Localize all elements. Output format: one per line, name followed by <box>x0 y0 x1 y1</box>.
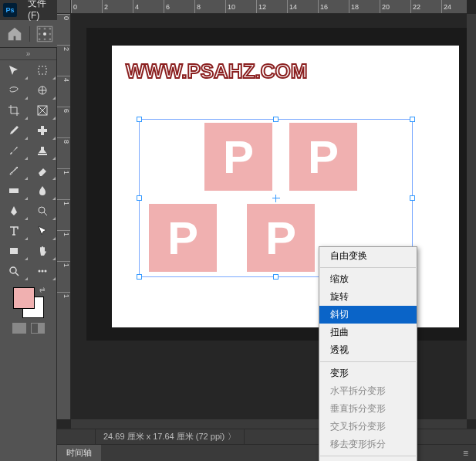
context-menu-item: 移去变形拆分 <box>319 436 417 453</box>
panel-menu-icon[interactable]: ≡ <box>455 448 476 459</box>
pen-tool[interactable] <box>0 201 29 221</box>
svg-point-6 <box>49 32 52 35</box>
zoom-tool[interactable] <box>0 261 29 281</box>
transform-handle[interactable] <box>410 195 415 201</box>
healing-tool[interactable] <box>29 120 57 141</box>
hand-tool[interactable] <box>29 241 57 261</box>
transform-handle[interactable] <box>137 117 142 122</box>
gradient-tool[interactable] <box>0 181 29 201</box>
svg-point-8 <box>44 38 46 40</box>
context-menu-item[interactable]: 斜切 <box>319 306 417 324</box>
svg-rect-17 <box>38 154 47 155</box>
menu-item[interactable]: 文件(F) <box>23 0 59 25</box>
watermark-text: WWW.PSAHZ.COM <box>126 59 307 83</box>
context-menu-item: 交叉拆分变形 <box>319 418 417 436</box>
blur-tool[interactable] <box>29 181 57 201</box>
eyedropper-tool[interactable] <box>0 120 29 141</box>
crop-tool[interactable] <box>0 100 29 120</box>
transform-handle[interactable] <box>410 117 415 122</box>
transform-handle[interactable] <box>273 117 279 122</box>
app-logo: Ps <box>3 3 17 17</box>
swap-colors-icon[interactable]: ⇄ <box>39 286 46 293</box>
brush-tool[interactable] <box>0 141 29 161</box>
move-tool[interactable] <box>0 60 29 80</box>
svg-rect-20 <box>10 248 18 254</box>
dodge-tool[interactable] <box>29 201 57 221</box>
svg-point-9 <box>49 38 52 40</box>
status-doc-info[interactable]: 24.69 厘米 x 17.64 厘米 (72 ppi) 〉 <box>96 429 245 444</box>
svg-rect-18 <box>9 188 19 193</box>
context-menu-item: 垂直拆分变形 <box>319 400 417 418</box>
svg-point-21 <box>10 267 16 273</box>
menu-separator <box>320 267 416 268</box>
lasso-tool[interactable] <box>0 80 29 100</box>
color-swatches: ⇄ <box>0 281 56 340</box>
type-tool[interactable] <box>0 221 29 241</box>
eraser-tool[interactable] <box>29 161 57 181</box>
home-icon[interactable] <box>6 25 23 42</box>
vertical-scrollbar[interactable] <box>467 14 476 419</box>
context-menu-item: 水平拆分变形 <box>319 382 417 400</box>
context-menu-item[interactable]: 变形 <box>319 364 417 382</box>
svg-point-7 <box>39 38 41 40</box>
ruler-origin[interactable] <box>57 0 71 14</box>
quick-select-tool[interactable] <box>29 80 57 100</box>
context-menu-item[interactable]: 自由变换 <box>319 247 417 265</box>
transform-handle[interactable] <box>273 274 279 280</box>
stamp-tool[interactable] <box>29 141 57 161</box>
horizontal-ruler[interactable]: 024681012141618202224 <box>71 0 467 14</box>
svg-point-4 <box>39 32 41 35</box>
artboard-tool[interactable] <box>29 60 57 80</box>
foreground-swatch[interactable] <box>13 287 35 309</box>
timeline-tab[interactable]: 时间轴 <box>57 445 101 461</box>
svg-point-1 <box>39 27 41 29</box>
svg-point-24 <box>44 270 46 273</box>
svg-point-23 <box>41 270 43 273</box>
context-menu-item[interactable]: 扭曲 <box>319 324 417 341</box>
standard-mode-icon[interactable] <box>12 323 26 334</box>
svg-rect-12 <box>39 66 46 74</box>
svg-point-22 <box>38 270 40 273</box>
reference-point-icon[interactable] <box>36 25 53 42</box>
svg-point-5 <box>43 32 46 35</box>
svg-point-19 <box>39 207 45 213</box>
transform-center[interactable] <box>272 195 280 202</box>
transform-handle[interactable] <box>137 274 142 280</box>
history-brush-tool[interactable] <box>0 161 29 181</box>
frame-tool[interactable] <box>29 100 57 120</box>
context-menu-item[interactable]: 透视 <box>319 341 417 359</box>
transform-context-menu: 自由变换缩放旋转斜切扭曲透视变形水平拆分变形垂直拆分变形交叉拆分变形移去变形拆分… <box>319 246 417 461</box>
toolbox-toggle[interactable]: » <box>0 48 56 60</box>
vertical-ruler[interactable]: 0246811111 <box>57 14 71 419</box>
context-menu-item[interactable]: 旋转 <box>319 288 417 306</box>
menu-separator <box>320 456 416 456</box>
edit-toolbar[interactable] <box>29 261 57 281</box>
toolbox: » ⇄ <box>0 48 57 461</box>
status-zoom[interactable] <box>57 429 96 444</box>
menu-separator <box>320 361 416 362</box>
svg-point-3 <box>49 27 52 29</box>
svg-rect-16 <box>41 126 44 135</box>
quickmask-mode-icon[interactable] <box>31 323 45 334</box>
path-select-tool[interactable] <box>29 221 57 241</box>
rectangle-tool[interactable] <box>0 241 29 261</box>
transform-handle[interactable] <box>137 195 142 201</box>
context-menu-item[interactable]: 缩放 <box>319 270 417 288</box>
svg-point-2 <box>44 27 46 29</box>
chevron-right-icon: 〉 <box>228 431 236 442</box>
